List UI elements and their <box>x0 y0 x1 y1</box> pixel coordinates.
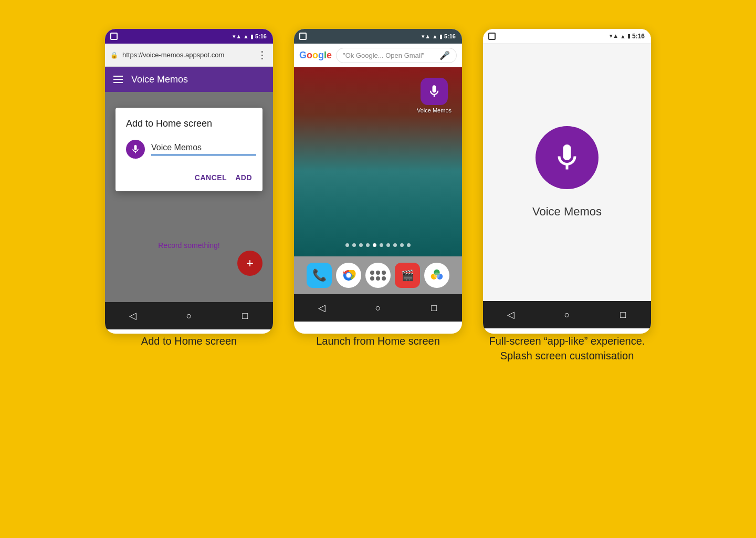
phone1-app-bar: Voice Memos <box>105 67 273 92</box>
back-nav-icon3[interactable]: ◁ <box>500 304 521 325</box>
phone2: ▾▲ ▲ ▮ 5:16 Google "Ok Google... Open Gm… <box>294 29 462 334</box>
phone3: ▾▲ ▲ ▮ 5:16 Voice Memos ◁ ○ <box>483 29 651 334</box>
dialog-title: Add to Home screen <box>126 118 252 129</box>
dialog-input-row <box>126 140 252 159</box>
phone2-container: ▾▲ ▲ ▮ 5:16 Google "Ok Google... Open Gm… <box>294 29 462 348</box>
add-button[interactable]: ADD <box>235 173 252 182</box>
phones-row: ▾▲ ▲ ▮ 5:16 🔒 https://voice-memos.appspo… <box>105 29 651 363</box>
dot-2 <box>352 243 356 247</box>
app-dock: 📞 <box>294 256 462 294</box>
add-to-home-dialog: Add to Home screen CANCEL ADD <box>116 108 262 191</box>
status-time: 5:16 <box>255 33 267 39</box>
wifi-icon2: ▾▲ <box>422 33 430 40</box>
page-dots <box>294 239 462 251</box>
phone3-caption: Full-screen “app-like” experience. Splas… <box>483 334 651 363</box>
phone3-status-left <box>488 33 496 40</box>
phone1-caption: Add to Home screen <box>105 334 273 348</box>
phone2-signal: ▾▲ ▲ ▮ 5:16 <box>422 33 456 40</box>
dock-video-icon[interactable]: 🎬 <box>395 263 420 288</box>
phone3-signal: ▾▲ ▲ ▮ 5:16 <box>610 33 645 40</box>
dialog-actions: CANCEL ADD <box>126 169 252 186</box>
dot-3 <box>359 243 363 247</box>
battery-icon: ▮ <box>250 33 254 40</box>
back-nav-icon2[interactable]: ◁ <box>311 297 332 318</box>
back-nav-icon[interactable]: ◁ <box>122 305 143 326</box>
status-time3: 5:16 <box>632 33 645 40</box>
chrome-menu-icon[interactable]: ⋮ <box>257 49 268 61</box>
dock-photos-icon[interactable] <box>424 263 449 288</box>
home-nav-icon3[interactable]: ○ <box>556 304 578 325</box>
phone2-nav-bar: ◁ ○ □ <box>294 294 462 322</box>
cancel-button[interactable]: CANCEL <box>195 173 227 182</box>
signal-icon: ▲ <box>243 33 249 39</box>
phone1-container: ▾▲ ▲ ▮ 5:16 🔒 https://voice-memos.appspo… <box>105 29 273 348</box>
phone1-signal: ▾▲ ▲ ▮ 5:16 <box>233 33 267 40</box>
battery-icon2: ▮ <box>439 33 443 40</box>
hamburger-icon[interactable] <box>113 76 123 83</box>
signal-icon2: ▲ <box>432 33 438 39</box>
dot-4 <box>366 243 370 247</box>
phone1-nav-bar: ◁ ○ □ <box>105 302 273 329</box>
phone2-status-left <box>299 33 307 40</box>
google-search-bar[interactable]: Google "Ok Google... Open Gmail" 🎤 <box>294 44 462 67</box>
voice-memos-home-icon[interactable]: Voice Memos <box>417 78 452 113</box>
svg-point-3 <box>346 273 351 278</box>
signal-icon3: ▲ <box>620 33 626 39</box>
home-wallpaper: Voice Memos <box>294 67 462 256</box>
dot-7 <box>386 243 390 247</box>
url-text: https://voice-memos.appspot.com <box>122 51 253 59</box>
dock-phone-icon[interactable]: 📞 <box>307 263 332 288</box>
fab-button[interactable]: + <box>237 251 262 276</box>
phone1: ▾▲ ▲ ▮ 5:16 🔒 https://voice-memos.appspo… <box>105 29 273 334</box>
home-nav-icon2[interactable]: ○ <box>368 297 388 318</box>
dock-launcher-icon[interactable] <box>365 263 391 288</box>
phone1-content: Add to Home screen CANCEL ADD <box>105 92 273 302</box>
dot-5 <box>373 243 376 247</box>
recents-nav-icon[interactable]: □ <box>235 305 256 326</box>
app-bar-title: Voice Memos <box>131 74 188 85</box>
status-time2: 5:16 <box>444 33 456 39</box>
dot-10 <box>407 243 411 247</box>
dock-chrome-icon[interactable] <box>336 263 361 288</box>
dot-8 <box>393 243 397 247</box>
dot-1 <box>345 243 349 247</box>
phone3-status-bar: ▾▲ ▲ ▮ 5:16 <box>483 29 651 44</box>
phone1-status-bar: ▾▲ ▲ ▮ 5:16 <box>105 29 273 44</box>
phone3-nav-bar: ◁ ○ □ <box>483 301 651 328</box>
google-search-input[interactable]: "Ok Google... Open Gmail" 🎤 <box>336 48 457 63</box>
record-hint: Record something! <box>158 241 220 250</box>
dot-6 <box>380 243 383 247</box>
app-name-input[interactable] <box>151 143 256 156</box>
phone3-container: ▾▲ ▲ ▮ 5:16 Voice Memos ◁ ○ <box>483 29 651 363</box>
wifi-icon3: ▾▲ <box>610 33 618 39</box>
dot-9 <box>400 243 404 247</box>
home-app-label: Voice Memos <box>417 107 452 113</box>
google-logo: Google <box>299 50 332 61</box>
splash-app-name: Voice Memos <box>532 205 602 219</box>
mic-icon-large <box>536 126 598 189</box>
chrome-address-bar[interactable]: 🔒 https://voice-memos.appspot.com ⋮ <box>105 44 273 67</box>
phone-status-icon2 <box>299 33 307 40</box>
phone2-status-bar: ▾▲ ▲ ▮ 5:16 <box>294 29 462 44</box>
voice-memos-icon-circle <box>421 78 448 105</box>
phone-status-icon <box>110 33 118 40</box>
lock-icon: 🔒 <box>110 51 118 59</box>
google-mic-icon[interactable]: 🎤 <box>439 50 450 60</box>
phone-status-icon3 <box>488 33 496 40</box>
search-placeholder-text: "Ok Google... Open Gmail" <box>343 51 435 59</box>
phone1-status-left <box>110 33 118 40</box>
battery-icon3: ▮ <box>627 33 631 39</box>
svg-point-8 <box>434 272 439 278</box>
recents-nav-icon3[interactable]: □ <box>613 304 634 325</box>
mic-icon-small <box>126 140 145 159</box>
recents-nav-icon2[interactable]: □ <box>424 297 445 318</box>
splash-screen: Voice Memos <box>483 44 651 301</box>
home-nav-icon[interactable]: ○ <box>178 305 200 326</box>
wifi-icon: ▾▲ <box>233 33 242 40</box>
phone2-caption: Launch from Home screen <box>294 334 462 348</box>
